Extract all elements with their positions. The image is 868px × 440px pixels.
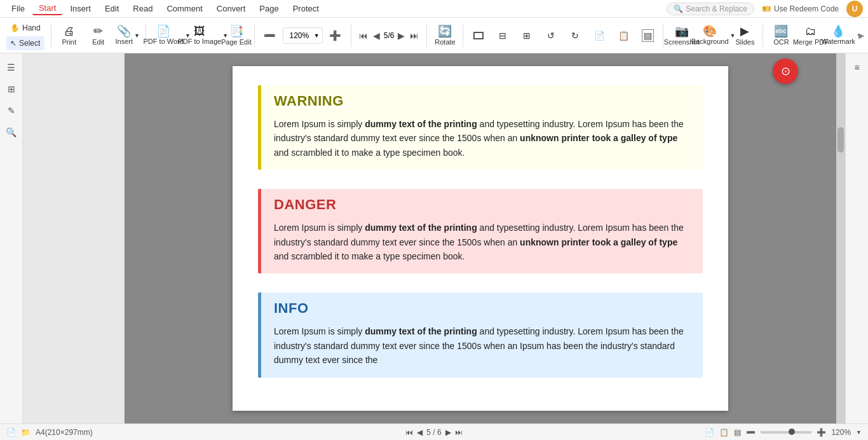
menu-edit[interactable]: Edit: [98, 3, 125, 15]
expand-icon: ▶: [858, 31, 864, 40]
doc-area[interactable]: ⊙ WARNING Lorem Ipsum is simply dummy te…: [125, 53, 836, 423]
page-view-button[interactable]: 📄: [588, 20, 611, 51]
status-single-page-icon[interactable]: 📄: [705, 428, 714, 437]
first-page-button[interactable]: ⏮: [358, 29, 369, 42]
pdf-to-image-icon: 🖼: [194, 25, 205, 37]
background-button[interactable]: 🎨 Background ▼: [697, 20, 730, 51]
sep3: [254, 24, 255, 47]
menu-insert[interactable]: Insert: [64, 3, 97, 15]
sep1: [51, 24, 51, 47]
page-display: 5/6: [384, 31, 395, 40]
status-zoom-slider[interactable]: [761, 431, 811, 434]
screenshot-icon: 📷: [675, 25, 689, 37]
doc-scrollbar-thumb[interactable]: [837, 127, 844, 153]
status-last-page-btn[interactable]: ⏭: [455, 428, 463, 437]
pdf-to-image-button[interactable]: 🖼 PDF to Image ▼: [186, 20, 221, 51]
last-page-button[interactable]: ⏭: [409, 29, 420, 42]
sidebar-grid-icon[interactable]: ⊞: [3, 80, 20, 98]
redeem-icon: 🎫: [762, 4, 771, 13]
rotate-cw-button[interactable]: ↻: [564, 20, 587, 51]
insert-button[interactable]: 📎 Insert ▼: [114, 20, 142, 51]
status-zoom-value: 120%: [831, 428, 851, 437]
continuous-button[interactable]: ▤: [636, 20, 659, 51]
warning-box: WARNING Lorem Ipsum is simply dummy text…: [258, 85, 703, 170]
zoom-out-button[interactable]: ➖: [259, 20, 281, 51]
zoom-control[interactable]: ▼: [283, 27, 323, 44]
user-avatar[interactable]: U: [846, 1, 863, 17]
print-button[interactable]: 🖨 Print: [55, 20, 83, 51]
status-zoom-dropdown[interactable]: ▼: [856, 429, 862, 436]
two-page-button[interactable]: 📋: [612, 20, 635, 51]
zoom-in-button[interactable]: ➕: [324, 20, 347, 51]
info-body: Lorem Ipsum is simply dummy text of the …: [261, 322, 703, 377]
sidebar-list-icon[interactable]: ☰: [3, 58, 20, 76]
info-title: INFO: [261, 292, 703, 322]
page-edit-button[interactable]: 📑 Page Edit: [222, 20, 250, 51]
status-zoom-in-btn[interactable]: ➕: [817, 428, 826, 437]
status-next-page-btn[interactable]: ▶: [445, 428, 451, 437]
new-file-icon[interactable]: 📄: [6, 428, 16, 437]
rotate-ccw-icon: ↺: [547, 31, 555, 41]
sidebar-search-icon[interactable]: 🔍: [3, 123, 20, 141]
doc-scrollbar[interactable]: [836, 53, 845, 423]
right-sidebar-settings-icon[interactable]: ≡: [848, 58, 866, 76]
slides-button[interactable]: ▶ Slides: [731, 20, 759, 51]
split-h-button[interactable]: ⊞: [515, 20, 538, 51]
split-h-icon: ⊞: [523, 31, 531, 41]
menu-page[interactable]: Page: [253, 3, 285, 15]
print-icon: 🖨: [64, 25, 75, 37]
select-icon: ↖: [10, 39, 17, 48]
warning-text-3: and scrambled it to make a type specimen…: [274, 148, 465, 158]
danger-body: Lorem Ipsum is simply dummy text of the …: [261, 218, 703, 273]
status-two-page-icon[interactable]: 📋: [719, 428, 729, 437]
select-button[interactable]: ↖ Select: [6, 36, 44, 50]
toolbar-expand-button[interactable]: ▶: [858, 31, 864, 40]
danger-text-1: Lorem Ipsum is simply: [274, 223, 365, 233]
menu-file[interactable]: File: [5, 3, 31, 15]
status-prev-page-btn[interactable]: ◀: [417, 428, 423, 437]
watermark-button[interactable]: 💧 Watermark ▼: [826, 20, 857, 51]
prev-page-button[interactable]: ◀: [372, 29, 381, 42]
search-bar[interactable]: 🔍 Search & Replace: [667, 3, 754, 15]
edit-button[interactable]: ✏ Edit: [85, 20, 112, 51]
warning-title: WARNING: [261, 85, 703, 114]
hand-select-group: ✋ Hand ↖ Select: [4, 21, 47, 50]
page-nav: ⏮ ◀ 5/6 ▶ ⏭: [355, 29, 423, 42]
sidebar-edit-icon[interactable]: ✎: [3, 102, 20, 120]
floating-action-button[interactable]: ⊙: [773, 58, 798, 84]
rotate-ccw-button[interactable]: ↺: [539, 20, 562, 51]
status-first-page-btn[interactable]: ⏮: [405, 428, 413, 437]
open-file-icon[interactable]: 📁: [21, 428, 31, 437]
next-page-button[interactable]: ▶: [397, 29, 406, 42]
status-continuous-icon[interactable]: ▤: [734, 428, 741, 437]
ocr-button[interactable]: 🔤 OCR: [767, 20, 795, 51]
floating-action-icon: ⊙: [781, 64, 790, 78]
redeem-button[interactable]: 🎫 Use Redeem Code: [762, 4, 839, 13]
search-placeholder: Search & Replace: [686, 4, 747, 13]
merge-pdf-icon: 🗂: [805, 25, 817, 37]
status-zoom-out-btn[interactable]: ➖: [746, 428, 756, 437]
rotate-button[interactable]: 🔄 Rotate: [431, 20, 459, 51]
warning-text-1: Lorem Ipsum is simply: [274, 119, 365, 129]
menu-read[interactable]: Read: [126, 3, 159, 15]
menu-comment[interactable]: Comment: [160, 3, 208, 15]
page-panel: [23, 53, 125, 423]
zoom-dropdown-icon[interactable]: ▼: [314, 32, 320, 39]
zoom-input[interactable]: [286, 31, 313, 40]
rotate-icon: 🔄: [438, 25, 452, 37]
menu-protect[interactable]: Protect: [287, 3, 325, 15]
rect-tool-button[interactable]: [467, 20, 490, 51]
zoom-in-icon: ➕: [329, 30, 341, 41]
menu-start[interactable]: Start: [32, 2, 62, 15]
info-box: INFO Lorem Ipsum is simply dummy text of…: [258, 292, 703, 377]
info-bold-1: dummy text of the printing: [365, 326, 477, 336]
split-v-button[interactable]: ⊟: [491, 20, 514, 51]
menu-convert[interactable]: Convert: [210, 3, 252, 15]
zoom-out-icon: ➖: [264, 30, 276, 41]
warning-bold-1: dummy text of the printing: [365, 119, 477, 129]
ocr-icon: 🔤: [774, 25, 788, 37]
sep4: [351, 24, 351, 47]
search-icon: 🔍: [674, 4, 683, 13]
hand-button[interactable]: ✋ Hand: [6, 21, 44, 35]
sep5: [426, 24, 427, 47]
